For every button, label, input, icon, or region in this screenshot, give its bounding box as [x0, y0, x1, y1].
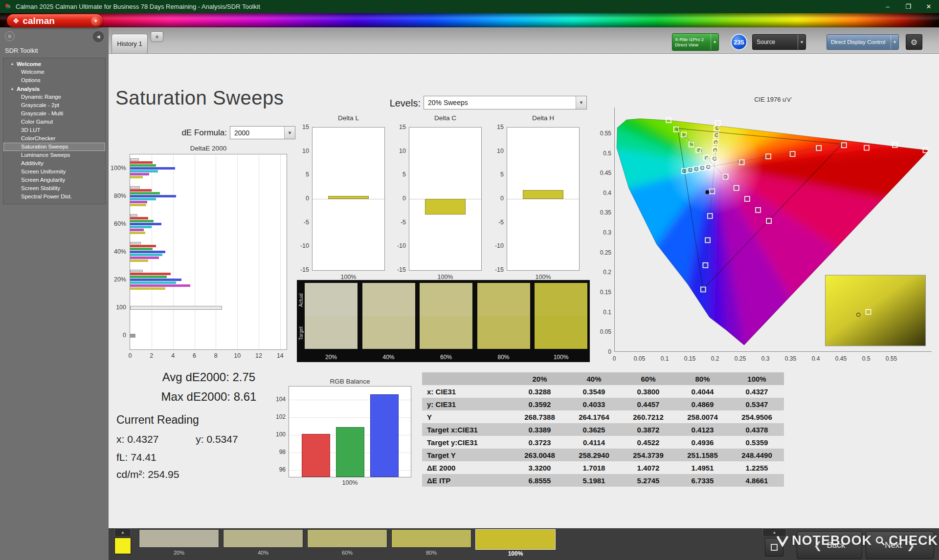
chevron-up-icon: ▲ — [121, 530, 125, 535]
axis-tick-label: 4 — [167, 352, 179, 360]
chevron-down-icon: ▼ — [711, 34, 718, 50]
chart-title: RGB Balance — [289, 378, 411, 385]
deltae-bar — [130, 281, 176, 284]
page-title: Saturation Sweeps — [115, 87, 284, 109]
axis-tick-label: 102 — [274, 413, 286, 421]
add-tab-button[interactable]: + — [151, 31, 163, 42]
meter-status-badge: 235 — [731, 34, 747, 50]
sidebar-item-luminance-sweeps[interactable]: Luminance Sweeps — [3, 151, 105, 159]
table-cell: 0.4457 — [621, 398, 675, 410]
deltae-bar-group — [130, 238, 287, 266]
pattern-expand-button[interactable]: ▲ — [114, 528, 131, 536]
axis-tick-label: 15 — [393, 123, 406, 131]
pattern-thumbnail-40[interactable]: 40% — [223, 529, 303, 556]
axis-tick-label: 2 — [146, 352, 157, 360]
rainbow-gradient-strip — [0, 13, 939, 27]
axis-tick-label: 0.15 — [595, 288, 611, 296]
sidebar-item-grayscale-2pt[interactable]: Grayscale - 2pt — [3, 101, 105, 109]
sidebar-item-spectral-power-dist[interactable]: Spectral Power Dist. — [3, 193, 105, 201]
window-title: Calman 2025 Calman Ultimate for Business… — [16, 3, 260, 10]
table-cell: 0.3592 — [513, 398, 567, 410]
source-selector[interactable]: Source ▼ — [752, 34, 806, 50]
table-cell: 0.4114 — [567, 436, 621, 449]
chevron-down-icon: ▼ — [91, 16, 101, 26]
sidebar-item-screen-stability[interactable]: Screen Stability — [3, 184, 105, 193]
calman-menu-button[interactable]: ❖ calman ▼ — [7, 14, 103, 27]
sidebar-item-grayscale-multi[interactable]: Grayscale - Multi — [3, 109, 105, 118]
axis-tick-label: 0.5 — [859, 355, 873, 363]
zero-line — [313, 199, 384, 199]
tab-history-1[interactable]: History 1 — [112, 34, 148, 53]
pattern-thumbnail-20[interactable]: 20% — [139, 529, 219, 556]
deltae-bar — [130, 254, 162, 256]
axis-tick-label: 10 — [231, 352, 243, 360]
axis-tick-label: 0.45 — [834, 355, 849, 363]
window-controls: – ❐ ✕ — [877, 0, 939, 13]
table-cell: 0.3872 — [621, 423, 675, 436]
axis-tick-label: 100 — [274, 431, 286, 438]
thumbnail-swatch — [223, 529, 303, 548]
calman-app-window: Calman 2025 Calman Ultimate for Business… — [0, 0, 939, 560]
sidebar-item-saturation-sweeps[interactable]: Saturation Sweeps — [3, 143, 105, 151]
maximize-button[interactable]: ❐ — [898, 0, 918, 13]
table-cell: 1.7018 — [567, 461, 621, 474]
gear-icon: ⚙ — [8, 34, 12, 39]
settings-gear-button[interactable]: ⚙ — [906, 34, 922, 50]
back-button[interactable]: ❮ Back — [797, 531, 862, 559]
table-cell: 0.4044 — [675, 385, 730, 398]
sidebar-options-button[interactable]: ⚙ — [5, 31, 15, 41]
table-cell: 6.7335 — [675, 474, 730, 487]
thumbnail-swatch — [391, 529, 471, 548]
sidebar-item-color-gamut[interactable]: Color Gamut — [3, 118, 105, 126]
pattern-thumbnail-80[interactable]: 80% — [391, 529, 471, 556]
controls-expand-button[interactable]: ▲ — [762, 528, 786, 536]
table-cell: 5.2745 — [621, 474, 675, 487]
delta-bar — [328, 196, 368, 199]
de-formula-dropdown[interactable]: 2000 ▼ — [230, 126, 295, 139]
axis-tick-label: 96 — [274, 466, 286, 474]
axis-tick-label: 0.1 — [595, 308, 611, 316]
table-cell: 264.1764 — [567, 410, 621, 423]
levels-dropdown[interactable]: 20% Sweeps ▼ — [424, 96, 587, 109]
deltae-x-axis: 02468101214 — [130, 352, 306, 360]
sidebar-item-screen-uniformity[interactable]: Screen Uniformity — [3, 168, 105, 176]
direct-display-control-selector[interactable]: Direct Display Control ▼ — [827, 34, 899, 50]
table-cell: 1.2255 — [730, 461, 784, 474]
sidebar-section-welcome[interactable]: ▲Welcome — [3, 60, 105, 68]
row-label: Target x:CIE31 — [422, 423, 513, 436]
table-cell: 0.3288 — [513, 385, 567, 398]
sidebar-item-additivity[interactable]: Additivity — [3, 159, 105, 168]
deltae-chart-title: DeltaE 2000 — [130, 145, 287, 152]
sidebar-item-3d-lut[interactable]: 3D LUT — [3, 126, 105, 134]
sidebar-item-colorchecker[interactable]: ColorChecker — [3, 134, 105, 143]
axis-tick-label: 6 — [189, 352, 201, 360]
table-header-cell: 60% — [621, 372, 675, 385]
deltae-bar — [130, 195, 176, 197]
sidebar-item-dynamic-range[interactable]: Dynamic Range — [3, 93, 105, 101]
thumbnail-swatch — [139, 529, 219, 548]
thumbnail-label: 20% — [139, 550, 219, 556]
sidebar-item-screen-angularity[interactable]: Screen Angularity — [3, 176, 105, 184]
deltae-bar — [130, 158, 139, 161]
meter-label: X-Rite i1Pro 2 Direct View — [672, 37, 711, 47]
current-pattern-swatch[interactable] — [114, 538, 131, 554]
sidebar-collapse-button[interactable]: ◀ — [93, 31, 104, 42]
sidebar-section-analysis[interactable]: ▲Analysis — [3, 85, 105, 93]
close-button[interactable]: ✕ — [918, 0, 939, 13]
x-axis-label: 100% — [507, 274, 580, 280]
deltae-bar — [130, 223, 161, 225]
cie-diagram-svg — [615, 108, 932, 352]
pattern-window-button[interactable] — [765, 538, 783, 557]
table-header-cell: 80% — [675, 372, 730, 385]
next-button[interactable]: Next ❯ — [866, 531, 934, 559]
sidebar-item-options[interactable]: Options — [3, 76, 105, 85]
deltae-bar — [130, 284, 190, 287]
sidebar-item-welcome[interactable]: Welcome — [3, 68, 105, 76]
axis-tick-label: 0.4 — [808, 355, 823, 363]
meter-selector[interactable]: X-Rite i1Pro 2 Direct View ▼ — [672, 33, 719, 51]
table-cell: 3.3200 — [513, 461, 567, 474]
pattern-thumbnail-100[interactable]: 100% — [475, 529, 556, 557]
table-cell: 0.5359 — [730, 436, 784, 449]
pattern-thumbnail-60[interactable]: 60% — [307, 529, 387, 556]
minimize-button[interactable]: – — [877, 0, 898, 13]
